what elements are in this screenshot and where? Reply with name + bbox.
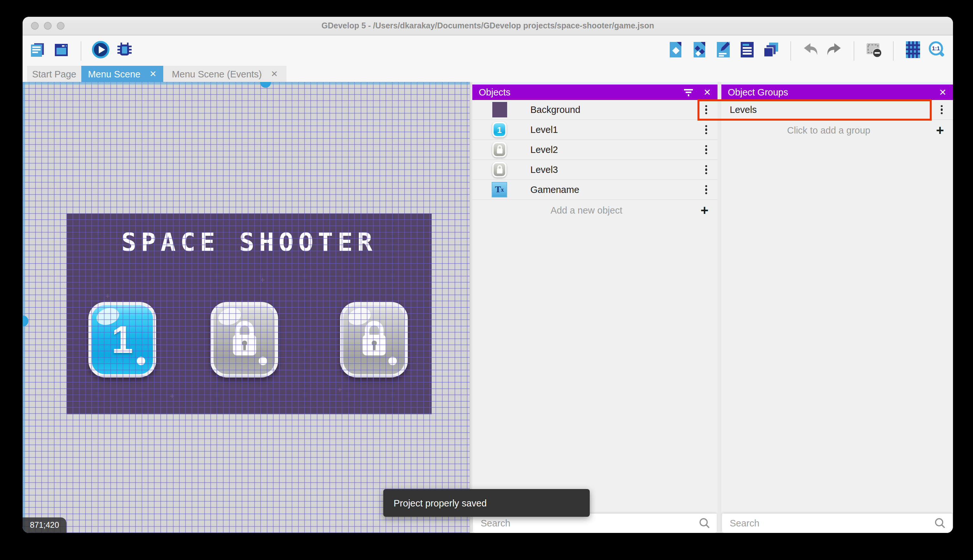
background-thumbnail xyxy=(491,102,507,117)
objects-search-input[interactable] xyxy=(473,518,699,528)
panel-divider[interactable] xyxy=(718,82,721,533)
groups-search-box xyxy=(722,513,952,533)
objects-panel-icon xyxy=(666,40,685,61)
title-bar: GDevelop 5 - /Users/dkarakay/Documents/G… xyxy=(23,17,953,35)
add-object-row[interactable]: Add a new object + xyxy=(472,200,718,220)
project-manager-button[interactable] xyxy=(28,42,47,60)
grid-settings-button[interactable] xyxy=(904,42,922,60)
group-row-levels[interactable]: Levels xyxy=(721,100,953,120)
selection-edge-top xyxy=(23,82,470,85)
close-tab-icon[interactable]: ✕ xyxy=(271,70,278,78)
group-name: Levels xyxy=(730,105,757,115)
selection-handle-left[interactable] xyxy=(23,315,28,327)
debug-button[interactable] xyxy=(115,42,133,60)
plus-icon[interactable]: + xyxy=(700,203,708,217)
object-groups-panel-title: Object Groups xyxy=(728,87,930,97)
object-menu-icon[interactable] xyxy=(705,185,707,194)
group-menu-icon[interactable] xyxy=(941,105,943,114)
level2-lock-thumbnail xyxy=(491,142,507,157)
object-row-level1[interactable]: 1 Level1 xyxy=(472,120,718,140)
objects-panel: Objects ✕ Background 1 Level1 xyxy=(472,82,718,533)
tab-start-page[interactable]: Start Page xyxy=(27,66,81,82)
undo-button[interactable] xyxy=(801,42,820,60)
toolbar-right-group: 1:1 xyxy=(666,41,946,60)
open-properties-button[interactable] xyxy=(714,42,732,60)
add-group-label: Click to add a group xyxy=(721,125,936,135)
scene-window-icon xyxy=(52,40,70,61)
background-instance[interactable]: SPACE SHOOTER + + + + + 1 xyxy=(67,213,432,414)
panel-divider[interactable] xyxy=(470,82,472,533)
scene-canvas[interactable]: SPACE SHOOTER + + + + + 1 xyxy=(23,82,470,533)
redo-button[interactable] xyxy=(825,42,843,60)
gloss-dot xyxy=(259,357,267,365)
groups-search-input[interactable] xyxy=(722,518,934,528)
toast-message: Project properly saved xyxy=(393,498,487,508)
objects-panel-title: Objects xyxy=(479,87,674,97)
tab-menu-scene[interactable]: Menu Scene ✕ xyxy=(81,66,163,82)
star-decoration: + xyxy=(260,275,265,285)
level2-button-instance[interactable] xyxy=(210,302,278,377)
zoom-reset-button[interactable]: 1:1 xyxy=(928,42,946,60)
lock-icon xyxy=(229,320,259,358)
toolbar-divider xyxy=(790,41,791,60)
level1-number: 1 xyxy=(92,305,153,374)
tab-label: Menu Scene (Events) xyxy=(172,69,262,79)
gloss-dot xyxy=(388,357,397,365)
tab-menu-scene-events[interactable]: Menu Scene (Events) ✕ xyxy=(163,66,287,82)
grid-icon xyxy=(904,40,922,61)
game-title-text: SPACE SHOOTER xyxy=(67,228,432,257)
open-object-groups-button[interactable] xyxy=(690,42,708,60)
object-name: Gamename xyxy=(530,185,580,195)
object-name: Background xyxy=(530,105,580,115)
tab-label: Start Page xyxy=(32,69,76,79)
open-layers-button[interactable] xyxy=(762,42,780,60)
scene-window-button[interactable] xyxy=(52,42,70,60)
layers-icon xyxy=(762,40,780,61)
object-groups-panel-header: Object Groups ✕ xyxy=(721,85,953,100)
preview-play-icon xyxy=(91,40,110,62)
object-menu-icon[interactable] xyxy=(705,145,707,154)
close-panel-icon[interactable]: ✕ xyxy=(939,87,946,97)
objects-panel-empty-area xyxy=(472,220,718,513)
gdevelop-window: GDevelop 5 - /Users/dkarakay/Documents/G… xyxy=(23,17,953,533)
object-row-gamename[interactable]: Tx Gamename xyxy=(472,180,718,200)
close-panel-icon[interactable]: ✕ xyxy=(704,87,711,97)
properties-pencil-icon xyxy=(714,40,732,61)
selection-handle-top[interactable] xyxy=(260,82,271,88)
open-objects-panel-button[interactable] xyxy=(666,42,685,60)
star-decoration: + xyxy=(105,291,110,301)
object-menu-icon[interactable] xyxy=(705,105,707,114)
filter-icon[interactable] xyxy=(683,87,695,97)
close-tab-icon[interactable]: ✕ xyxy=(150,70,157,78)
toggle-window-mask-button[interactable] xyxy=(865,42,883,60)
object-row-level3[interactable]: Level3 xyxy=(472,160,718,180)
preview-button[interactable] xyxy=(92,42,110,60)
objects-panel-header: Objects ✕ xyxy=(472,85,718,100)
object-name: Level1 xyxy=(530,125,558,135)
window-title: GDevelop 5 - /Users/dkarakay/Documents/G… xyxy=(23,21,953,30)
star-decoration: + xyxy=(170,391,175,401)
open-instances-list-button[interactable] xyxy=(738,42,756,60)
object-row-background[interactable]: Background xyxy=(472,100,718,120)
cursor-coordinates: 871;420 xyxy=(23,517,67,533)
text-object-thumbnail: Tx xyxy=(491,182,507,197)
toolbar-divider xyxy=(81,41,81,60)
toolbar-divider xyxy=(854,41,854,60)
lock-icon xyxy=(359,320,389,358)
level1-button-instance[interactable]: 1 xyxy=(88,302,156,377)
svg-text:1:1: 1:1 xyxy=(932,45,940,51)
level3-button-instance[interactable] xyxy=(340,302,408,377)
object-menu-icon[interactable] xyxy=(705,125,707,134)
object-groups-panel-icon xyxy=(690,40,708,61)
level3-lock-thumbnail xyxy=(491,162,507,177)
toolbar-left-group xyxy=(28,41,133,60)
level1-thumbnail: 1 xyxy=(491,122,507,137)
undo-icon xyxy=(801,40,820,61)
object-groups-empty-area xyxy=(721,140,953,513)
selection-edge-left xyxy=(23,82,25,533)
plus-icon[interactable]: + xyxy=(936,123,944,137)
search-icon xyxy=(699,517,710,529)
object-menu-icon[interactable] xyxy=(705,165,707,174)
object-row-level2[interactable]: Level2 xyxy=(472,140,718,160)
add-group-row[interactable]: Click to add a group + xyxy=(721,120,953,140)
